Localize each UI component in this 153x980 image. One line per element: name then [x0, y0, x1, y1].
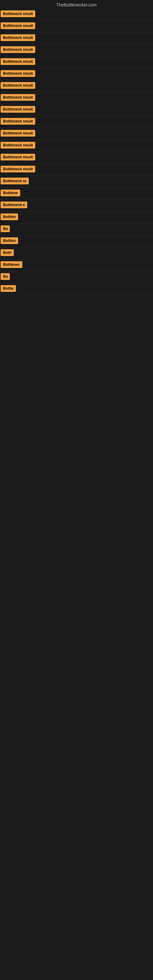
list-item: Bottleneck result	[0, 45, 153, 56]
bottleneck-badge[interactable]: Bottlen	[1, 237, 18, 244]
list-item: Bottlen	[0, 235, 153, 247]
list-item: Bottleneck result	[0, 140, 153, 152]
list-item: Bottleneck result	[0, 56, 153, 68]
page-wrapper: TheBottlenecker.com Bottleneck resultBot…	[0, 0, 153, 295]
bottleneck-badge[interactable]: Bottleneck result	[1, 34, 35, 41]
bottleneck-badge[interactable]: Bottleneck result	[1, 82, 35, 89]
bottleneck-badge[interactable]: Bottleneck result	[1, 106, 35, 113]
bottleneck-badge[interactable]: Bottleneck result	[1, 22, 35, 29]
list-item: Bottleneck result	[0, 21, 153, 32]
list-item: Bottle	[0, 283, 153, 295]
list-item: Bo	[0, 224, 153, 235]
bottleneck-badge[interactable]: Bottlenec	[1, 261, 22, 268]
bottleneck-badge[interactable]: Bottleneck result	[1, 94, 35, 101]
bottleneck-badge[interactable]: Bo	[1, 273, 10, 280]
list-item: Bottlene	[0, 188, 153, 200]
bottleneck-badge[interactable]: Bo	[1, 225, 10, 232]
site-title: TheBottlenecker.com	[0, 0, 153, 9]
list-item: Bottleneck result	[0, 116, 153, 128]
list-item: Bottleneck result	[0, 32, 153, 45]
list-item: Bottleneck result	[0, 104, 153, 116]
bottleneck-badge[interactable]: Bottleneck result	[1, 142, 35, 148]
list-item: Bottleneck result	[0, 80, 153, 92]
list-item: Bo	[0, 271, 153, 283]
list-item: Bottl	[0, 247, 153, 259]
bottleneck-badge[interactable]: Bottlen	[1, 213, 18, 220]
list-item: Bottleneck result	[0, 9, 153, 21]
bottleneck-badge[interactable]: Bottleneck result	[1, 154, 35, 161]
list-item: Bottleneck result	[0, 92, 153, 104]
bottleneck-badge[interactable]: Bottleneck result	[1, 70, 35, 77]
bottleneck-badge[interactable]: Bottleneck result	[1, 58, 35, 65]
list-item: Bottleneck result	[0, 128, 153, 140]
list-item: Bottleneck result	[0, 164, 153, 176]
list-item: Bottlen	[0, 212, 153, 224]
bottleneck-badge[interactable]: Bottl	[1, 249, 14, 256]
list-item: Bottleneck result	[0, 152, 153, 164]
bottleneck-badge[interactable]: Bottleneck result	[1, 130, 35, 137]
bottleneck-badge[interactable]: Bottleneck result	[1, 166, 35, 172]
list-item: Bottlenec	[0, 259, 153, 271]
list-item: Bottleneck re	[0, 176, 153, 188]
bottleneck-badge[interactable]: Bottleneck result	[1, 46, 35, 53]
list-item: Bottleneck e	[0, 200, 153, 212]
results-list: Bottleneck resultBottleneck resultBottle…	[0, 9, 153, 295]
bottleneck-badge[interactable]: Bottleneck result	[1, 10, 35, 17]
list-item: Bottleneck result	[0, 68, 153, 80]
bottleneck-badge[interactable]: Bottleneck e	[1, 202, 27, 208]
bottleneck-badge[interactable]: Bottleneck result	[1, 118, 35, 125]
bottleneck-badge[interactable]: Bottlene	[1, 189, 20, 196]
bottleneck-badge[interactable]: Bottleneck re	[1, 178, 29, 185]
bottleneck-badge[interactable]: Bottle	[1, 285, 16, 292]
